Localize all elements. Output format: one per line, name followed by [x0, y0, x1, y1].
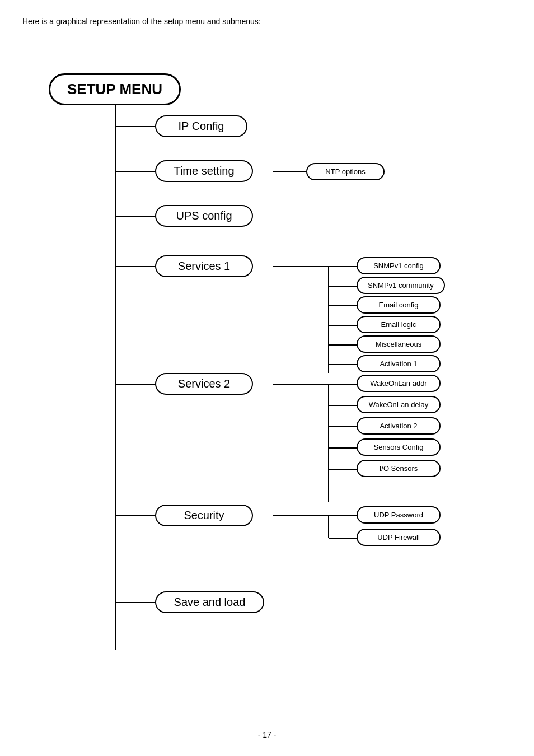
services2-node: Services 2	[155, 373, 253, 395]
wakeonlan-delay-node: WakeOnLan delay	[357, 396, 441, 413]
ntp-options-label: NTP options	[325, 167, 365, 176]
udp-firewall-node: UDP Firewall	[357, 529, 441, 546]
page-number: - 17 -	[258, 730, 277, 739]
activation1-label: Activation 1	[380, 360, 417, 368]
miscellaneous-node: Miscellaneous	[357, 335, 441, 353]
save-load-node: Save and load	[155, 591, 264, 613]
wakeonlan-addr-label: WakeOnLan addr	[370, 379, 427, 388]
io-sensors-label: I/O Sensors	[380, 464, 418, 473]
email-logic-node: Email logic	[357, 316, 441, 333]
activation2-label: Activation 2	[380, 422, 417, 430]
activation1-node: Activation 1	[357, 355, 441, 372]
wakeonlan-addr-node: WakeOnLan addr	[357, 375, 441, 392]
services2-label: Services 2	[178, 377, 230, 390]
ups-config-label: UPS config	[176, 209, 232, 222]
page-container: Here is a graphical representation of th…	[0, 0, 534, 756]
ip-config-node: IP Config	[155, 115, 247, 137]
save-load-label: Save and load	[174, 596, 246, 609]
udp-firewall-label: UDP Firewall	[377, 533, 420, 542]
udp-password-node: UDP Password	[357, 506, 441, 524]
wakeonlan-delay-label: WakeOnLan delay	[369, 400, 428, 409]
diagram-area: SETUP MENU IP Config Time setting NTP op…	[26, 43, 508, 687]
miscellaneous-label: Miscellaneous	[376, 340, 421, 348]
email-config-label: Email config	[379, 301, 419, 309]
activation2-node: Activation 2	[357, 417, 441, 435]
intro-text: Here is a graphical representation of th…	[22, 17, 512, 26]
time-setting-node: Time setting	[155, 160, 253, 182]
services1-label: Services 1	[178, 260, 230, 273]
security-node: Security	[155, 505, 253, 526]
sensors-config-label: Sensors Config	[374, 443, 424, 451]
services1-node: Services 1	[155, 255, 253, 277]
email-logic-label: Email logic	[381, 320, 416, 329]
setup-menu-node: SETUP MENU	[49, 73, 181, 105]
snmpv1-config-label: SNMPv1 config	[373, 262, 424, 270]
udp-password-label: UDP Password	[374, 511, 423, 519]
sensors-config-node: Sensors Config	[357, 438, 441, 456]
setup-menu-label: SETUP MENU	[67, 81, 162, 98]
snmpv1-community-node: SNMPv1 community	[357, 277, 445, 294]
snmpv1-community-label: SNMPv1 community	[368, 281, 434, 290]
security-label: Security	[184, 509, 224, 522]
ntp-options-node: NTP options	[306, 163, 385, 180]
time-setting-label: Time setting	[174, 165, 234, 178]
io-sensors-node: I/O Sensors	[357, 460, 441, 477]
ups-config-node: UPS config	[155, 205, 253, 227]
email-config-node: Email config	[357, 296, 441, 314]
ip-config-label: IP Config	[179, 120, 224, 133]
snmpv1-config-node: SNMPv1 config	[357, 257, 441, 274]
